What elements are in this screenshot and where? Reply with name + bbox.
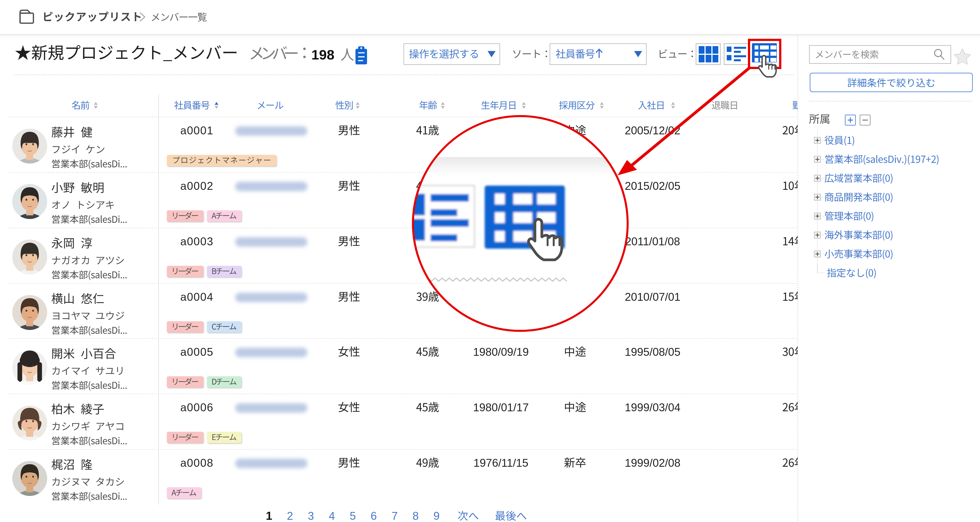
svg-text:5: 5 (350, 510, 356, 522)
svg-text:a0005: a0005 (180, 346, 213, 358)
svg-text:1995/08/05: 1995/08/05 (625, 346, 681, 358)
svg-text:7: 7 (391, 510, 398, 522)
svg-text:1999/03/04: 1999/03/04 (625, 401, 681, 414)
svg-text:1980/01/17: 1980/01/17 (473, 401, 529, 414)
svg-text:2011/01/08: 2011/01/08 (625, 235, 680, 248)
svg-text:2015/02/05: 2015/02/05 (625, 180, 681, 192)
svg-text:a0004: a0004 (180, 291, 213, 303)
svg-text:1976/11/15: 1976/11/15 (474, 457, 528, 469)
svg-text:2: 2 (287, 510, 293, 522)
svg-text:9: 9 (433, 510, 440, 522)
svg-text:2010/07/01: 2010/07/01 (625, 291, 681, 303)
svg-text:6: 6 (371, 510, 377, 522)
svg-text:a0002: a0002 (180, 180, 213, 192)
svg-text:a0008: a0008 (180, 457, 213, 469)
svg-text:1: 1 (266, 509, 272, 522)
svg-text:3: 3 (308, 510, 314, 522)
svg-text:a0003: a0003 (180, 235, 213, 248)
svg-text:198: 198 (311, 47, 334, 62)
svg-text:1980/09/19: 1980/09/19 (473, 346, 529, 358)
svg-text:a0001: a0001 (180, 124, 213, 137)
svg-text:4: 4 (329, 510, 335, 522)
svg-text:a0006: a0006 (180, 401, 213, 414)
svg-text:8: 8 (412, 510, 419, 522)
svg-text:1999/02/08: 1999/02/08 (625, 457, 681, 469)
